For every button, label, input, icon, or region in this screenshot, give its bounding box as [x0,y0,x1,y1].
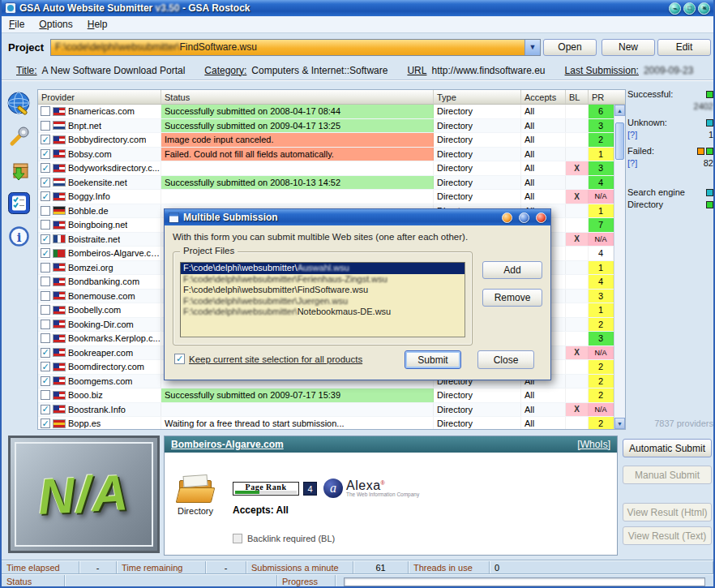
alexa-logo: a Alexa® The Web Information Company [323,479,419,498]
dialog-close-button[interactable]: Close [477,350,534,369]
row-checkbox[interactable] [41,390,50,400]
row-checkbox[interactable]: ✓ [41,348,50,358]
view-result-html-button[interactable]: View Result (Html) [623,503,712,521]
project-file-item[interactable]: F:\code\delphi\websubmitter\Juergen.wsu [181,296,465,307]
project-files-list[interactable]: F:\code\delphi\websubmitter\Auswahl.wsuF… [180,262,465,337]
table-row[interactable]: Bnpt.netSuccessfully submitted on 2009-0… [38,119,614,134]
add-button[interactable]: Add [482,261,542,279]
backlink-checkbox[interactable] [233,534,242,543]
info-icon[interactable]: i [6,223,32,249]
row-checkbox[interactable]: ✓ [41,163,50,173]
menu-item-help[interactable]: Help [80,17,115,32]
row-checkbox[interactable]: ✓ [41,135,50,144]
header-type[interactable]: Type [434,90,521,104]
row-checkbox[interactable]: ✓ [41,418,50,428]
action-buttons: Automatic Submit Manual Submit View Resu… [623,436,713,557]
dialog-minimize-button[interactable] [502,212,512,223]
view-result-text-button[interactable]: View Result (Text) [623,526,712,545]
manual-submit-button[interactable]: Manual Submit [623,466,712,484]
provider-cell: Bomzei.org [38,261,161,275]
window-title: GSA Auto Website Submitter v3.50 - GSA R… [19,2,250,14]
install-package-icon[interactable] [6,157,32,182]
status-cell [161,161,434,175]
table-row[interactable]: ✓Boostrank.InfoDirectoryAllXN/A [38,403,614,418]
header-bl[interactable]: BL [566,90,589,104]
row-checkbox[interactable]: ✓ [41,248,50,258]
edit-button[interactable]: Edit [657,39,711,56]
scroll-up-icon[interactable]: ▲ [614,105,625,116]
url-value: http://www.findsoftware.eu [431,65,545,76]
row-checkbox[interactable] [41,291,50,301]
country-flag-icon [53,221,66,230]
dialog-maximize-button[interactable] [519,212,529,223]
whois-link[interactable]: [WhoIs] [577,439,610,450]
row-checkbox[interactable]: ✓ [41,149,50,159]
project-file-item[interactable]: F:\code\delphi\websubmitter\Ferienhaus-Z… [181,274,465,285]
detail-provider-name[interactable]: Bombeiros-Algarve.com [171,439,284,450]
row-checkbox[interactable]: ✓ [41,178,50,187]
country-flag-icon [53,192,66,201]
row-checkbox[interactable] [41,106,50,116]
row-checkbox[interactable] [41,263,50,273]
minimize-button[interactable]: – [669,2,681,15]
unknown-value: 1 [709,130,713,139]
type-cell: Directory [434,148,521,161]
directory-swatch [706,201,713,208]
header-provider[interactable]: Provider [38,90,161,104]
backlink-cell: X [566,403,589,417]
dialog-close-icon[interactable] [536,212,546,223]
submit-globe-icon[interactable] [6,90,32,116]
open-button[interactable]: Open [543,39,597,56]
row-checkbox[interactable] [41,206,50,216]
table-row[interactable]: ✓Bobbydirectory.comImage code input canc… [38,133,614,148]
row-checkbox[interactable]: ✓ [41,362,50,371]
header-status[interactable]: Status [161,90,434,104]
table-row[interactable]: Booo.bizSuccessfully submitted on 2009-0… [38,388,614,403]
keep-selection-checkbox[interactable]: ✓ [174,354,185,364]
failed-help-link[interactable]: [?] [627,158,637,168]
maximize-button[interactable]: □ [683,2,696,15]
row-checkbox[interactable]: ✓ [41,405,50,414]
row-checkbox[interactable]: ✓ [41,234,50,244]
close-button[interactable]: × [698,2,710,15]
automatic-submit-button[interactable]: Automatic Submit [623,439,712,457]
time-remaining-label: Time remaining [117,561,206,574]
table-row[interactable]: ✓Boggy.InfoDirectoryAllXN/A [38,190,614,204]
table-row[interactable]: ✓Bodyworksdirectory.c...DirectoryAllX3 [38,161,614,176]
new-button[interactable]: New [602,39,655,56]
table-row[interactable]: ✓Bobsy.comFailed. Could not fill all fie… [38,148,614,162]
remove-button[interactable]: Remove [482,289,542,307]
project-tasks-icon[interactable] [6,190,32,216]
table-row[interactable]: ✓Boekensite.netSuccessfully submitted on… [38,176,614,191]
project-file-item[interactable]: F:\code\delphi\websubmitter\Notebookmaus… [181,307,465,318]
project-combo[interactable]: F:\code\delphi\websubmitter\FindSoftware… [50,39,541,56]
menu-item-file[interactable]: File [2,17,32,32]
status-label: Status [2,575,65,588]
menu-item-options[interactable]: Options [32,17,79,32]
vertical-scrollbar[interactable]: ▲ ▼ [614,105,625,429]
row-checkbox[interactable]: ✓ [41,191,50,201]
header-pr[interactable]: PR [589,90,614,104]
header-accepts[interactable]: Accepts [521,90,566,104]
row-checkbox[interactable] [41,333,50,343]
project-file-item[interactable]: F:\code\delphi\websubmitter\FindSoftware… [181,285,465,296]
row-checkbox[interactable] [41,320,50,329]
row-checkbox[interactable]: ✓ [41,376,50,386]
pagerank-cell: 3 [589,290,614,303]
unknown-help-link[interactable]: [?] [627,130,637,139]
row-checkbox[interactable] [41,305,50,315]
project-file-item[interactable]: F:\code\delphi\websubmitter\Auswahl.wsu [181,263,465,274]
provider-cell: Bnpt.net [38,119,161,133]
combo-dropdown-button[interactable]: ▼ [524,40,540,55]
backlink-cell [566,388,589,402]
scroll-down-icon[interactable]: ▼ [614,418,625,429]
row-checkbox[interactable] [41,220,50,230]
submit-button[interactable]: Submit [405,350,461,369]
row-checkbox[interactable] [41,121,50,131]
tools-wrench-icon[interactable] [6,123,32,149]
row-checkbox[interactable] [41,277,50,286]
scrollbar-thumb[interactable] [615,122,624,160]
table-row[interactable]: ✓Bopp.esWaiting for a free thread to sta… [38,417,614,429]
backlink-cell: X [566,161,589,175]
table-row[interactable]: Bnamericas.comSuccessfully submitted on … [38,105,614,119]
